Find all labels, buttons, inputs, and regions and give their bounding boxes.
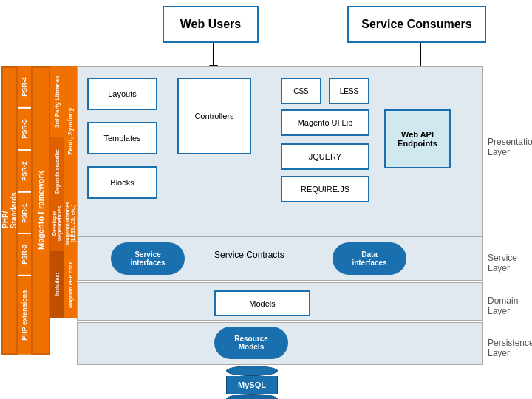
magento-libs-label: Magento libraries (LESS, JS, etc.) [64,196,77,251]
css-box: CSS [281,78,321,104]
psr-3: PSR-3 [18,109,31,149]
third-party-label: 3rd Party Libraries [50,66,64,137]
persistence-layer-label: Persistence Layer [488,338,532,358]
blocks-box: Blocks [87,166,157,199]
resource-models-oval: Resource Models [214,327,288,359]
php-standards-box: PHP/ Standards [1,66,18,355]
presentation-layer-label: Presentation Layer [488,137,532,157]
less-box: LESS [329,78,369,104]
layouts-box: Layouts [87,78,157,110]
jquery-box: JQUERY [281,143,369,170]
mysql-cylinder: MySQL [226,366,278,399]
magento-ui-lib-box: Magento UI Lib [281,109,369,136]
psr-4: PSR-4 [18,66,31,107]
domain-layer-label: Domain Layer [488,296,532,316]
models-box: Models [214,290,310,316]
mysql-cyl-body: MySQL [226,376,278,394]
controllers-box: Controllers [177,78,251,154]
includes-label: Includes: [50,251,64,318]
require-js-box: REQUIRE.JS [281,176,369,202]
diagram-container: Web Users Service Consumers PHP/ Standar… [0,0,532,399]
web-users-label: Web Users [163,6,259,43]
mysql-cyl-top [226,366,278,376]
psr-labels: PSR-4 PSR-3 PSR-2 PSR-1 PSR-0 PHP extens… [18,66,31,355]
magento-framework-label: Magento Framework [31,66,50,355]
mysql-cyl-bottom [226,394,278,399]
php-extensions: PHP extensions [18,276,31,355]
templates-box: Templates [87,122,157,154]
web-api-endpoints-box: Web API Endpoints [384,109,451,168]
psr-2: PSR-2 [18,151,31,191]
service-contracts-text: Service Contracts [214,250,284,260]
service-layer-label: Service Layer [488,253,532,273]
developer-deps-label: Developer Dependencies [50,196,64,251]
psr-1: PSR-1 [18,193,31,233]
data-interfaces-oval: Data interfaces [332,242,406,275]
magento-php-label: Magento PHP code [64,251,77,318]
service-consumers-label: Service Consumers [347,6,486,43]
psr-0: PSR-0 [18,234,31,275]
service-interfaces-oval: Service interfaces [111,242,185,275]
zend-symfony-label: Zend, Symfony [64,66,77,196]
